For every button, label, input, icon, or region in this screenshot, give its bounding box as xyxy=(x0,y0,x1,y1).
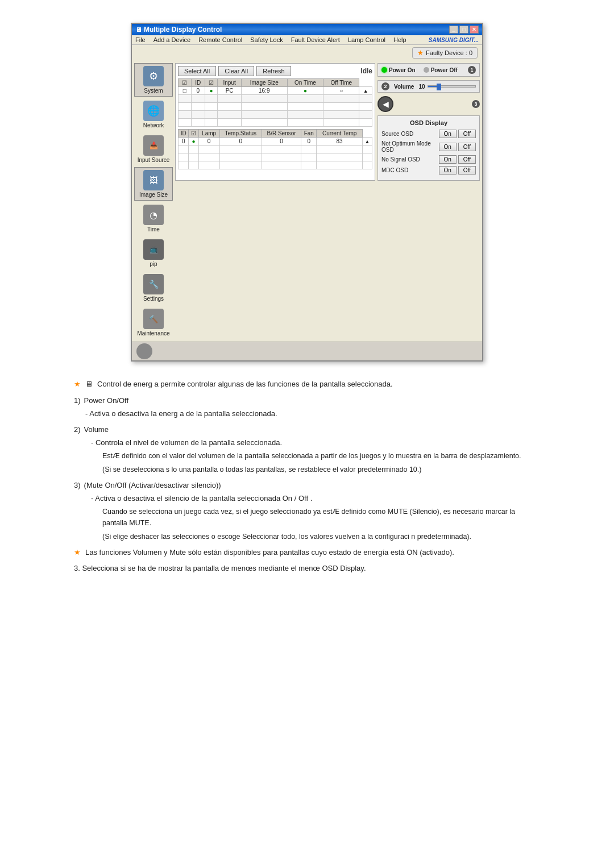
window-controls: _ □ ✕ xyxy=(449,26,479,34)
power-circle-num: 1 xyxy=(468,66,476,74)
doc-item-1-sub: - Activa o desactiva la energ a de la pa… xyxy=(85,408,540,420)
osd-mdc-off[interactable]: Off xyxy=(458,166,476,175)
window-title: Multiple Display Control xyxy=(144,26,222,34)
mute-button[interactable]: ◀ xyxy=(377,96,393,112)
doc-item-2-title: Volume xyxy=(84,424,109,436)
menu-remote-control[interactable]: Remote Control xyxy=(198,36,242,43)
menu-fault-device[interactable]: Fault Device Alert xyxy=(291,36,340,43)
sidebar-item-network[interactable]: 🌐 Network xyxy=(134,98,173,131)
bcell-fan: 0 xyxy=(301,138,317,146)
cell-offtime: ○ xyxy=(323,87,359,95)
time-icon: ◔ xyxy=(143,205,164,225)
table-row xyxy=(179,103,372,111)
doc-item-1-title: Power On/Off xyxy=(84,395,129,407)
menu-lamp-control[interactable]: Lamp Control xyxy=(348,36,385,43)
osd-row-source: Source OSD On Off xyxy=(381,130,476,138)
menu-safety-lock[interactable]: Safety Lock xyxy=(250,36,283,43)
sidebar-item-system[interactable]: ⚙ System xyxy=(134,63,173,97)
doc-item-3-note-2: (Si elige deshacer las selecciones o esc… xyxy=(102,531,540,542)
sidebar-network-label: Network xyxy=(143,122,164,128)
doc-item-2-sub-0: - Controla el nivel de volumen de la pan… xyxy=(91,437,540,449)
star-note-2-line: ★ Las funciones Volumen y Mute sólo está… xyxy=(74,547,540,559)
app-window: 🖥 Multiple Display Control _ □ ✕ File Ad… xyxy=(131,23,483,362)
bcol-check[interactable]: ☑ xyxy=(189,130,198,138)
power-row: Power On Power Off 1 xyxy=(377,63,480,77)
bottom-table: ID ☑ Lamp Temp.Status B/R Sensor Fan Cur… xyxy=(178,129,372,169)
osd-mdc-on[interactable]: On xyxy=(439,166,457,175)
refresh-button[interactable]: Refresh xyxy=(256,66,291,76)
select-all-button[interactable]: Select All xyxy=(178,66,216,76)
doc-item-1-header: 1) Power On/Off xyxy=(74,395,540,407)
osd-notoptimum-on[interactable]: On xyxy=(439,143,457,151)
sidebar-item-time[interactable]: ◔ Time xyxy=(134,202,173,235)
power-on-button[interactable]: Power On xyxy=(381,67,416,73)
osd-row-not-optimum: Not Optimum Mode OSD On Off xyxy=(381,140,476,153)
clear-all-button[interactable]: Clear All xyxy=(218,66,254,76)
osd-notoptimum-label: Not Optimum Mode OSD xyxy=(381,140,439,153)
doc-item-3-num: 3) xyxy=(74,480,81,492)
cell-scroll[interactable]: ▲ xyxy=(359,87,372,95)
osd-nosignal-label: No Signal OSD xyxy=(381,156,439,163)
doc-body: ★ 🖥 Control de energ a permite controlar… xyxy=(74,379,540,575)
cell-input: PC xyxy=(218,87,241,95)
menu-add-device[interactable]: Add a Device xyxy=(154,36,190,43)
cell-imagesize: 16:9 xyxy=(241,87,287,95)
sidebar-pip-label: pip xyxy=(150,261,157,267)
status-circle-icon xyxy=(136,343,152,359)
cell-check[interactable]: □ xyxy=(179,87,192,95)
btable-row xyxy=(179,153,372,161)
bcell-br: 0 xyxy=(262,138,301,146)
doc-item-2-note-1: EstÆ definido con el valor del volumen d… xyxy=(102,450,540,462)
osd-row-no-signal: No Signal OSD On Off xyxy=(381,155,476,164)
idle-status: Idle xyxy=(360,67,372,75)
maximize-button[interactable]: □ xyxy=(459,26,468,34)
mute-row: ◀ 3 xyxy=(377,96,480,112)
power-off-button[interactable]: Power Off xyxy=(424,67,458,73)
minimize-button[interactable]: _ xyxy=(449,26,458,34)
col-off-time: Off Time xyxy=(323,79,359,87)
osd-source-label: Source OSD xyxy=(381,131,439,137)
volume-thumb xyxy=(437,84,441,90)
sidebar-item-maintenance[interactable]: 🔨 Maintenance xyxy=(134,306,173,339)
sidebar-item-settings[interactable]: 🔧 Settings xyxy=(134,271,173,305)
doc-note-3: 3. Selecciona si se ha de mostrar la pan… xyxy=(74,563,540,575)
menu-help[interactable]: Help xyxy=(393,36,406,43)
menu-file[interactable]: File xyxy=(135,36,146,43)
osd-source-on[interactable]: On xyxy=(439,130,457,138)
doc-item-2: 2) Volume - Controla el nivel de volumen… xyxy=(74,424,540,475)
bcell-scroll[interactable]: ▲ xyxy=(362,138,372,146)
doc-item-2-note-2: (Si se deselecciona s lo una pantalla o … xyxy=(102,464,540,475)
volume-row: 2 Volume 10 xyxy=(377,80,480,93)
mute-icon: ◀ xyxy=(383,99,389,109)
right-panel: Power On Power Off 1 2 Volume xyxy=(377,63,480,181)
system-icon: ⚙ xyxy=(143,66,164,86)
close-button[interactable]: ✕ xyxy=(470,26,479,34)
col-check[interactable]: ☑ xyxy=(179,79,192,87)
faulty-badge: ★ Faulty Device : 0 xyxy=(412,47,478,59)
osd-nosignal-on[interactable]: On xyxy=(439,155,457,164)
bcell-lamp: 0 xyxy=(198,138,219,146)
sidebar-settings-label: Settings xyxy=(143,296,164,302)
faulty-star-icon: ★ xyxy=(417,49,424,57)
sidebar-item-pip[interactable]: 📺 pip xyxy=(134,236,173,270)
volume-circle-num: 2 xyxy=(381,82,389,90)
sidebar-item-image-size[interactable]: 🖼 Image Size xyxy=(134,167,173,201)
power-off-label: Power Off xyxy=(431,67,458,73)
center-panel: Select All Clear All Refresh Idle ☑ xyxy=(175,63,375,181)
table-row: □ 0 ● PC 16:9 ● ○ ▲ xyxy=(179,87,372,95)
power-off-led xyxy=(424,67,429,73)
osd-notoptimum-off[interactable]: Off xyxy=(458,143,476,151)
volume-slider[interactable] xyxy=(428,85,476,88)
osd-source-off[interactable]: Off xyxy=(458,130,476,138)
btable-row xyxy=(179,146,372,153)
toolbar-row: ★ Faulty Device : 0 xyxy=(132,45,482,61)
sidebar-input-label: Input Source xyxy=(138,157,170,163)
col-input: Input xyxy=(218,79,241,87)
osd-row-mdc: MDC OSD On Off xyxy=(381,166,476,175)
col-id: ID xyxy=(191,79,205,87)
osd-nosignal-off[interactable]: Off xyxy=(458,155,476,164)
doc-item-3-note-1: Cuando se selecciona un juego cada vez, … xyxy=(102,506,540,529)
btn-row-left: Select All Clear All Refresh xyxy=(178,66,291,76)
col-check2[interactable]: ☑ xyxy=(205,79,218,87)
sidebar-item-input-source[interactable]: 📥 Input Source xyxy=(134,132,173,166)
